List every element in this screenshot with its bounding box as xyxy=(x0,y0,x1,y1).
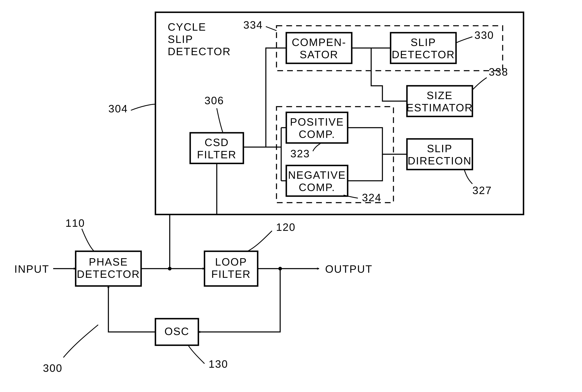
svg-text:SLIP: SLIP xyxy=(411,36,436,48)
ref-324: 324 xyxy=(362,192,382,204)
svg-text:DETECTOR: DETECTOR xyxy=(77,268,140,280)
input-label: INPUT xyxy=(14,263,49,275)
svg-text:FILTER: FILTER xyxy=(211,268,251,280)
svg-text:NEGATIVE: NEGATIVE xyxy=(288,169,346,181)
ref-323: 323 xyxy=(290,148,310,160)
leader-110 xyxy=(82,229,94,251)
leader-130 xyxy=(188,345,204,364)
loop-filter-block: LOOP FILTER xyxy=(204,251,258,286)
leader-300 xyxy=(63,325,98,358)
leader-120 xyxy=(247,231,272,251)
ref-327: 327 xyxy=(472,184,492,196)
compensator-block: COMPEN- SATOR xyxy=(286,33,352,63)
svg-text:POSITIVE: POSITIVE xyxy=(290,116,344,128)
ref-330: 330 xyxy=(474,29,494,41)
ref-120: 120 xyxy=(276,221,296,233)
output-label: OUTPUT xyxy=(325,263,373,275)
svg-text:COMP.: COMP. xyxy=(299,128,335,140)
csd-filter-block: CSD FILTER xyxy=(190,133,243,164)
ref-306: 306 xyxy=(204,94,224,106)
slip-detector-block: SLIP DETECTOR xyxy=(391,33,456,63)
svg-text:FILTER: FILTER xyxy=(197,149,236,160)
osc-block: OSC xyxy=(155,319,198,345)
svg-text:SLIP: SLIP xyxy=(427,142,453,154)
svg-text:LOOP: LOOP xyxy=(215,256,247,268)
svg-text:DIRECTION: DIRECTION xyxy=(408,155,472,167)
negative-comp-block: NEGATIVE COMP. xyxy=(286,166,348,196)
svg-text:ESTIMATOR: ESTIMATOR xyxy=(406,102,473,114)
svg-text:SIZE: SIZE xyxy=(427,90,453,101)
wire-osc-to-phase xyxy=(108,286,155,332)
ref-110: 110 xyxy=(66,217,85,229)
ref-304: 304 xyxy=(108,103,128,114)
svg-text:CSD: CSD xyxy=(205,136,229,148)
svg-text:DETECTOR: DETECTOR xyxy=(392,48,455,60)
phase-detector-block: PHASE DETECTOR xyxy=(76,251,141,286)
svg-text:SATOR: SATOR xyxy=(300,48,338,60)
leader-304 xyxy=(131,104,155,110)
ref-300: 300 xyxy=(43,362,63,374)
ref-334: 334 xyxy=(243,19,263,31)
size-estimator-block: SIZE ESTIMATOR xyxy=(406,86,473,116)
ref-338: 338 xyxy=(489,66,508,78)
svg-text:COMPEN-: COMPEN- xyxy=(292,36,346,48)
positive-comp-block: POSITIVE COMP. xyxy=(286,112,348,143)
svg-text:COMP.: COMP. xyxy=(299,182,335,193)
ref-130: 130 xyxy=(209,358,228,370)
slip-direction-block: SLIP DIRECTION xyxy=(407,139,472,170)
svg-text:OSC: OSC xyxy=(164,326,189,337)
svg-text:PHASE: PHASE xyxy=(89,256,128,268)
